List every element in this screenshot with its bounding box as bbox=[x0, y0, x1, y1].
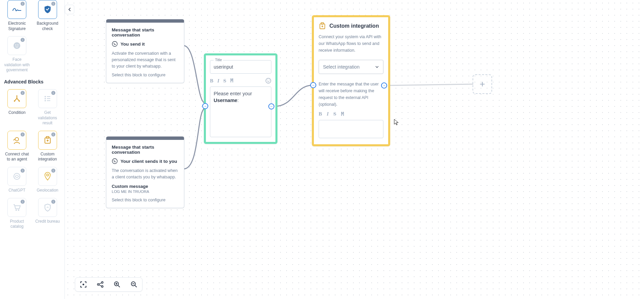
list-icon bbox=[44, 95, 52, 103]
shield-icon bbox=[44, 5, 52, 14]
card-desc: The conversation is activated when a cli… bbox=[112, 168, 179, 180]
svg-point-14 bbox=[14, 173, 20, 179]
chevron-left-icon bbox=[68, 7, 72, 11]
sidebar: i Electronic Signature i Background chec… bbox=[0, 0, 65, 299]
italic-button[interactable]: I bbox=[217, 78, 219, 84]
svg-point-20 bbox=[266, 78, 271, 83]
share-button[interactable] bbox=[96, 280, 105, 289]
svg-point-18 bbox=[112, 42, 117, 47]
bold-button[interactable]: B bbox=[210, 78, 213, 84]
strike-button[interactable]: S bbox=[223, 78, 226, 84]
add-block-dropzone[interactable] bbox=[473, 74, 492, 94]
svg-point-22 bbox=[269, 80, 270, 80]
zoom-out-button[interactable] bbox=[129, 280, 139, 289]
select-placeholder: Select integration bbox=[323, 64, 359, 70]
pre-request-message[interactable] bbox=[319, 120, 383, 138]
chevron-down-icon bbox=[375, 66, 379, 68]
info-icon: i bbox=[21, 200, 25, 204]
port-in[interactable] bbox=[310, 82, 316, 88]
block-chatgpt[interactable]: i ChatGPT bbox=[4, 167, 30, 193]
card-desc: Activate the conversation with a persona… bbox=[112, 50, 179, 69]
svg-point-1 bbox=[16, 45, 17, 46]
emoji-button[interactable] bbox=[265, 78, 271, 84]
mono-button[interactable]: M bbox=[230, 78, 233, 84]
mono-button[interactable]: M bbox=[341, 111, 344, 117]
card-hint: Select this block to configure bbox=[112, 198, 179, 202]
pin-icon bbox=[44, 172, 51, 181]
card-start-you-send[interactable]: Message that starts conversation You sen… bbox=[106, 19, 184, 83]
port-in[interactable] bbox=[202, 103, 208, 109]
card-title: Custom integration bbox=[329, 23, 379, 29]
svg-point-17 bbox=[18, 209, 19, 211]
zoom-in-button[interactable] bbox=[112, 280, 122, 289]
card-user-input[interactable]: Title userinput B I S M Please enter you… bbox=[204, 53, 277, 144]
select-integration[interactable]: Select integration bbox=[319, 60, 383, 74]
block-label: Geolocation bbox=[37, 188, 58, 193]
svg-point-2 bbox=[18, 45, 19, 46]
svg-point-11 bbox=[15, 138, 19, 141]
whatsapp-icon bbox=[112, 158, 118, 164]
block-condition[interactable]: i Condition bbox=[4, 89, 30, 126]
custom-message-label: Custom message bbox=[112, 184, 179, 189]
title-label: Title bbox=[214, 58, 223, 62]
svg-point-21 bbox=[267, 80, 268, 80]
block-background-check[interactable]: i Background check bbox=[35, 0, 61, 31]
message-textarea[interactable]: Please enter your Username: bbox=[210, 86, 271, 137]
whatsapp-icon bbox=[112, 41, 118, 47]
info-icon: i bbox=[51, 132, 55, 136]
bold-button[interactable]: B bbox=[319, 111, 322, 117]
svg-point-7 bbox=[45, 98, 46, 99]
port-out[interactable] bbox=[268, 103, 274, 109]
plus-icon bbox=[479, 81, 485, 87]
condition-icon bbox=[12, 94, 21, 103]
title-field[interactable]: Title userinput bbox=[210, 60, 271, 74]
chatgpt-icon bbox=[12, 172, 21, 181]
block-electronic-signature[interactable]: i Electronic Signature bbox=[4, 0, 30, 31]
agent-icon bbox=[12, 136, 21, 145]
italic-button[interactable]: I bbox=[327, 111, 329, 117]
msg-post: : bbox=[237, 98, 239, 103]
card-custom-integration[interactable]: Custom integration Connect your system v… bbox=[312, 15, 390, 146]
block-geolocation[interactable]: i Geolocation bbox=[35, 167, 61, 193]
block-label: Face validation with government bbox=[4, 57, 30, 73]
info-icon: i bbox=[51, 200, 55, 204]
card-start-client-sends[interactable]: Message that starts conversation Your cl… bbox=[106, 136, 184, 208]
mouse-cursor bbox=[394, 119, 399, 126]
svg-rect-6 bbox=[47, 96, 50, 97]
block-label: ChatGPT bbox=[8, 188, 25, 193]
integration-icon bbox=[44, 136, 52, 145]
share-icon bbox=[97, 281, 104, 288]
block-label: Background check bbox=[35, 21, 61, 31]
strike-button[interactable]: S bbox=[333, 111, 336, 117]
card-desc: Connect your system via API with our Wha… bbox=[319, 33, 383, 54]
svg-point-0 bbox=[14, 42, 20, 49]
info-icon: i bbox=[21, 91, 25, 95]
cart-icon bbox=[12, 203, 21, 211]
block-get-validations[interactable]: i Get validations result bbox=[35, 89, 61, 126]
card-title: Message that starts conversation bbox=[112, 145, 179, 155]
info-icon: i bbox=[21, 132, 25, 136]
svg-rect-10 bbox=[47, 100, 50, 101]
section-title-advanced: Advanced Blocks bbox=[4, 79, 60, 84]
zoom-in-icon bbox=[113, 281, 121, 288]
info-icon: i bbox=[51, 169, 55, 173]
face-icon bbox=[12, 41, 21, 50]
bureau-icon bbox=[44, 203, 52, 212]
block-custom-integration[interactable]: i Custom integration bbox=[35, 131, 61, 162]
block-product-catalog[interactable]: i Product catalog bbox=[4, 198, 30, 229]
port-out[interactable] bbox=[381, 82, 387, 89]
flow-canvas[interactable]: Message that starts conversation You sen… bbox=[65, 0, 644, 299]
block-credit-bureau[interactable]: i Credit bureau bbox=[35, 198, 61, 229]
card-hint: Select this block to configure bbox=[112, 73, 179, 77]
collapse-sidebar-button[interactable] bbox=[65, 5, 74, 14]
svg-point-4 bbox=[19, 100, 20, 102]
block-label: Electronic Signature bbox=[4, 21, 30, 31]
block-face-validation[interactable]: i Face validation with government bbox=[4, 36, 30, 73]
svg-point-16 bbox=[16, 209, 17, 211]
block-connect-agent[interactable]: i Connect chat to an agent bbox=[4, 131, 30, 162]
svg-rect-24 bbox=[321, 23, 323, 24]
fit-view-button[interactable] bbox=[79, 280, 88, 289]
signature-icon bbox=[12, 6, 22, 13]
info-icon: i bbox=[21, 38, 25, 42]
card-subline: You send it bbox=[120, 42, 145, 47]
